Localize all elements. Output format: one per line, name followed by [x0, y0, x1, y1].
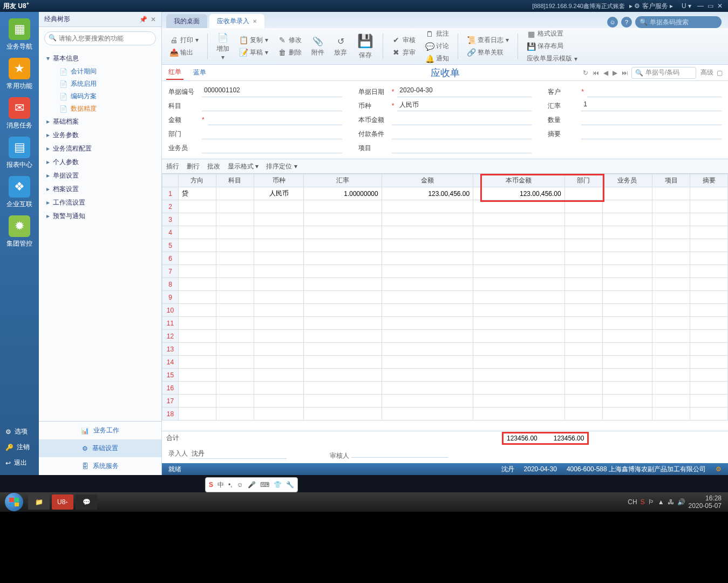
field-base-amount[interactable]	[392, 114, 532, 125]
table-row[interactable]: 7	[162, 265, 728, 278]
table-row[interactable]: 6	[162, 252, 728, 265]
field-project[interactable]	[392, 143, 532, 153]
export-button[interactable]: 📤输出	[166, 47, 202, 58]
print-button[interactable]: 🖨打印 ▾	[166, 35, 202, 46]
explorer-icon[interactable]: 📁	[28, 494, 50, 510]
table-row[interactable]: 12	[162, 330, 728, 343]
tab-close-icon[interactable]: ✕	[253, 18, 257, 24]
field-rate[interactable]: 1	[581, 100, 722, 111]
tree-leaf-enable[interactable]: 📄 系统启用	[39, 78, 161, 90]
draft-button[interactable]: 📝草稿 ▾	[236, 47, 271, 58]
system-tray[interactable]: CH S 🏳 ▲ 🖧 🔊 16:28 2020-05-07	[623, 494, 726, 510]
table-row[interactable]: 17	[162, 395, 728, 408]
tree-group-doc-settings[interactable]: 单据设置	[39, 169, 161, 182]
table-row[interactable]: 16	[162, 382, 728, 395]
table-row[interactable]: 10	[162, 304, 728, 317]
field-currency[interactable]: 人民币	[397, 100, 532, 111]
tree-group-archives[interactable]: 基础档案	[39, 115, 161, 128]
minimize-button[interactable]: —	[696, 2, 705, 10]
modify-button[interactable]: ✎修改	[275, 35, 305, 46]
tree-group-biz-params[interactable]: 业务参数	[39, 128, 161, 142]
tree-group-alerts[interactable]: 预警与通知	[39, 209, 161, 223]
u8-taskbar-icon[interactable]: U8+	[52, 494, 73, 510]
prev-icon[interactable]: ◀	[602, 69, 609, 77]
advanced-link[interactable]: 高级	[700, 68, 713, 77]
table-row[interactable]: 13	[162, 343, 728, 356]
tab-ar-entry[interactable]: 应收单录入✕	[209, 14, 264, 28]
tree-group-personal[interactable]: 个人参数	[39, 155, 161, 169]
field-doc-no[interactable]: 0000001102	[202, 86, 342, 97]
tree-leaf-precision[interactable]: 📄 数据精度	[39, 103, 161, 115]
tree-bottom-sys[interactable]: 🗄 系统服务	[39, 457, 161, 475]
sort-button[interactable]: 排序定位 ▾	[266, 162, 297, 171]
tree-bottom-base[interactable]: ⚙ 基础设置	[39, 439, 161, 457]
ime-lang[interactable]: 中	[217, 480, 224, 490]
copy-button[interactable]: 📋复制 ▾	[236, 35, 271, 46]
tree-bottom-biz[interactable]: 📊 业务工作	[39, 422, 161, 439]
col-base-amount[interactable]: 本币金额	[473, 174, 565, 187]
global-search[interactable]: 🔍 单据条码搜索	[635, 16, 722, 28]
ime-skin-icon[interactable]: 👕	[274, 481, 282, 489]
tree-group-archive-settings[interactable]: 档案设置	[39, 182, 161, 196]
taskbar-clock[interactable]: 16:28 2020-05-07	[689, 494, 722, 510]
related-button[interactable]: 🔗整单关联	[464, 47, 512, 58]
tree-close-icon[interactable]: ✕	[151, 16, 156, 23]
tab-desktop[interactable]: 我的桌面	[166, 14, 207, 28]
status-gear-icon[interactable]: ⚙	[716, 465, 722, 473]
template-button[interactable]: 应收单显示模版 ▾	[523, 53, 581, 64]
display-format-button[interactable]: 显示格式 ▾	[228, 162, 258, 171]
rail-options[interactable]: ⚙ 选项	[0, 424, 39, 439]
field-customer[interactable]	[587, 86, 722, 97]
save-button[interactable]: 💾保存	[353, 30, 377, 62]
tray-volume-icon[interactable]: 🔊	[677, 498, 685, 506]
tray-network-icon[interactable]: 🖧	[668, 498, 674, 506]
tree-leaf-coding[interactable]: 📄 编码方案	[39, 90, 161, 103]
batch-edit-button[interactable]: 批改	[207, 162, 220, 171]
ime-mic-icon[interactable]: 🎤	[248, 481, 256, 489]
rail-biz-nav[interactable]: ▦业务导航	[3, 18, 36, 51]
table-row[interactable]: 14	[162, 356, 728, 369]
customer-service-link[interactable]: ▸ ⚙ 客户服务 ▸	[629, 2, 673, 11]
table-row[interactable]: 1贷人民币1.00000000123.00,456.00123.00,456.0…	[162, 187, 728, 200]
rail-messages[interactable]: ✉消息任务	[3, 97, 36, 130]
user-icon[interactable]: ☺	[607, 17, 618, 28]
table-row[interactable]: 4	[162, 226, 728, 239]
col-subject[interactable]: 科目	[216, 174, 254, 187]
col-project[interactable]: 项目	[652, 174, 690, 187]
tray-up-icon[interactable]: ▲	[658, 498, 664, 506]
field-summary[interactable]	[581, 128, 722, 139]
rail-group[interactable]: ✹集团管控	[3, 215, 36, 248]
rail-logout[interactable]: 🔑 注销	[0, 439, 39, 455]
red-doc-tab[interactable]: 红单	[166, 65, 183, 80]
ime-punct-icon[interactable]: •,	[228, 481, 233, 489]
refresh-icon[interactable]: ↻	[582, 69, 589, 77]
field-subject[interactable]	[202, 100, 342, 111]
tree-group-workflow-settings[interactable]: 工作流设置	[39, 196, 161, 209]
note-button[interactable]: 🗒批注	[422, 28, 452, 39]
layout-button[interactable]: 💾保存布局	[523, 40, 581, 52]
ime-keyboard-icon[interactable]: ⌨	[260, 481, 269, 489]
attach-button[interactable]: 📎附件	[308, 33, 328, 59]
field-qty[interactable]	[581, 114, 722, 125]
audit-button[interactable]: ✔审核	[389, 35, 419, 46]
start-button[interactable]	[2, 494, 26, 510]
add-button[interactable]: 📄增加 ▾	[213, 29, 233, 63]
log-button[interactable]: 📜查看日志 ▾	[464, 35, 512, 46]
next-icon[interactable]: ▶	[611, 69, 618, 77]
table-row[interactable]: 2	[162, 200, 728, 213]
expand-icon[interactable]: ▢	[716, 69, 724, 77]
delete-button[interactable]: 🗑删除	[275, 47, 305, 58]
insert-row-button[interactable]: 插行	[166, 162, 179, 171]
sogou-icon[interactable]: S	[209, 481, 213, 489]
tray-sogou-icon[interactable]: S	[641, 498, 645, 506]
abandon-button[interactable]: ↺放弃	[331, 33, 350, 59]
table-row[interactable]: 3	[162, 213, 728, 226]
field-pay-terms[interactable]	[392, 128, 532, 139]
blue-doc-tab[interactable]: 蓝单	[191, 66, 208, 79]
col-summary[interactable]: 摘要	[690, 174, 728, 187]
field-sales[interactable]	[202, 143, 342, 153]
discuss-button[interactable]: 💬讨论	[422, 40, 452, 52]
field-dept[interactable]	[202, 128, 342, 139]
col-rate[interactable]: 汇率	[304, 174, 382, 187]
format-button[interactable]: ▦格式设置	[523, 28, 581, 39]
